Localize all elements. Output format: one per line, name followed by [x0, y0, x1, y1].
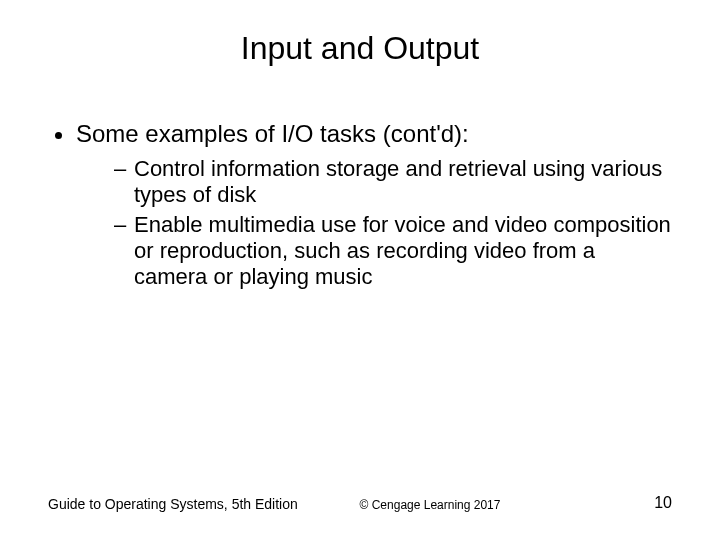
- sub-bullet: Control information storage and retrieva…: [114, 156, 672, 208]
- slide-body: Some examples of I/O tasks (cont'd): Con…: [48, 120, 672, 296]
- footer-center: © Cengage Learning 2017: [0, 498, 720, 512]
- bullet-main-text: Some examples of I/O tasks (cont'd):: [76, 120, 469, 147]
- sub-bullet: Enable multimedia use for voice and vide…: [114, 212, 672, 290]
- slide-title: Input and Output: [0, 30, 720, 67]
- bullet-list-level2: Control information storage and retrieva…: [76, 156, 672, 290]
- page-number: 10: [654, 494, 672, 512]
- bullet-main: Some examples of I/O tasks (cont'd): Con…: [76, 120, 672, 290]
- bullet-list-level1: Some examples of I/O tasks (cont'd): Con…: [48, 120, 672, 290]
- slide: Input and Output Some examples of I/O ta…: [0, 0, 720, 540]
